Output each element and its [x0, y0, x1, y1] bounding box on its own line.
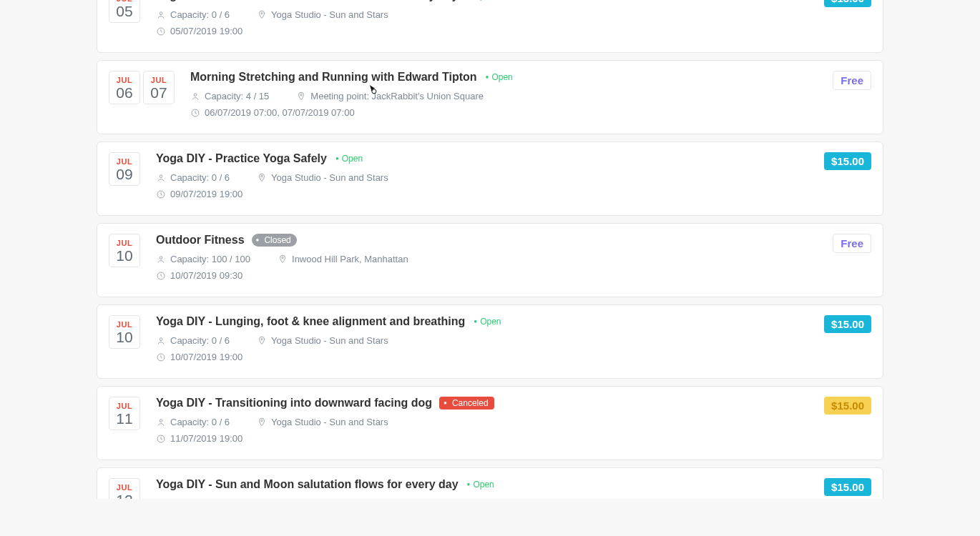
datetime-text: 06/07/2019 07:00, 07/07/2019 07:00	[205, 107, 355, 118]
status-badge: Open	[484, 71, 516, 83]
status-badge: Open	[466, 0, 497, 1]
capacity-text: Capacity: 0 / 6	[170, 498, 230, 499]
location-text: Yoga Studio - Sun and Stars	[271, 172, 388, 183]
date-column: JUL10	[109, 315, 140, 368]
event-card[interactable]: JUL06JUL07Morning Stretching and Running…	[97, 60, 883, 134]
event-card[interactable]: JUL10Outdoor FitnessClosedCapacity: 100 …	[97, 223, 883, 297]
date-tile: JUL06	[109, 71, 140, 104]
price-tag: Free	[833, 71, 871, 90]
location: Inwood Hill Park, Manhattan	[278, 254, 408, 264]
date-day: 10	[115, 247, 134, 264]
datetime: 06/07/2019 07:00, 07/07/2019 07:00	[190, 107, 355, 118]
date-month: JUL	[115, 320, 134, 329]
capacity: Capacity: 0 / 6	[156, 172, 230, 183]
clock-icon	[156, 352, 166, 362]
location: Yoga Studio - Sun and Stars	[257, 9, 388, 20]
price-column: $15.00	[824, 478, 871, 499]
price-tag: $15.00	[824, 315, 871, 333]
location-icon	[257, 10, 267, 20]
datetime-text: 10/07/2019 19:00	[170, 352, 242, 362]
location-text: Yoga Studio - Sun and Stars	[271, 417, 388, 427]
person-icon	[156, 336, 166, 346]
date-column: JUL10	[109, 234, 140, 287]
capacity-text: Capacity: 0 / 6	[170, 9, 230, 20]
person-icon	[156, 254, 166, 264]
capacity-text: Capacity: 100 / 100	[170, 254, 250, 264]
person-icon	[156, 10, 166, 20]
location-text: Meeting point: JackRabbit's Union Square	[310, 91, 484, 101]
event-info: Yoga DIY - Lunging, foot & knee alignmen…	[156, 315, 815, 368]
date-column: JUL09	[109, 152, 140, 205]
person-icon	[156, 499, 166, 500]
event-title[interactable]: Yoga DIY - Lunging, foot & knee alignmen…	[156, 315, 465, 328]
person-icon	[156, 173, 166, 183]
datetime-text: 11/07/2019 19:00	[170, 433, 242, 444]
event-info: Yoga DIY - Practice Yoga SafelyOpenCapac…	[156, 152, 815, 205]
location-text: Yoga Studio - Sun and Stars	[271, 335, 388, 346]
event-title[interactable]: Yoga DIY - Sun and Moon salutation flows…	[156, 0, 459, 2]
datetime: 11/07/2019 19:00	[156, 433, 242, 444]
event-info: Outdoor FitnessClosedCapacity: 100 / 100…	[156, 234, 824, 287]
datetime: 10/07/2019 09:30	[156, 270, 242, 281]
event-card[interactable]: JUL12Yoga DIY - Sun and Moon salutation …	[97, 467, 883, 499]
price-column: $15.00	[824, 315, 871, 368]
status-badge: Canceled	[439, 397, 494, 410]
date-tile: JUL12	[109, 478, 140, 499]
location: Meeting point: JackRabbit's Union Square	[296, 91, 484, 101]
event-info: Yoga DIY - Sun and Moon salutation flows…	[156, 478, 815, 499]
datetime: 09/07/2019 19:00	[156, 189, 242, 199]
event-info: Yoga DIY - Sun and Moon salutation flows…	[156, 0, 815, 42]
date-day: 11	[115, 410, 134, 427]
capacity: Capacity: 100 / 100	[156, 254, 250, 264]
capacity-text: Capacity: 0 / 6	[170, 335, 230, 346]
clock-icon	[156, 26, 166, 36]
event-title[interactable]: Morning Stretching and Running with Edwa…	[190, 71, 477, 84]
location-text: Yoga Studio - Sun and Stars	[271, 498, 388, 499]
capacity: Capacity: 4 / 15	[190, 91, 269, 101]
price-column: $15.00	[824, 152, 871, 205]
datetime: 05/07/2019 19:00	[156, 26, 242, 36]
event-title[interactable]: Yoga DIY - Sun and Moon salutation flows…	[156, 478, 459, 491]
date-tile: JUL09	[109, 152, 140, 186]
price-tag: $15.00	[824, 397, 871, 415]
person-icon	[156, 417, 166, 427]
status-badge: Open	[472, 316, 504, 327]
date-column: JUL12	[109, 478, 140, 499]
event-card[interactable]: JUL09Yoga DIY - Practice Yoga SafelyOpen…	[97, 142, 883, 216]
date-month: JUL	[115, 483, 134, 492]
date-month: JUL	[115, 76, 134, 84]
date-tile: JUL05	[109, 0, 140, 23]
location-icon	[296, 91, 306, 101]
capacity: Capacity: 0 / 6	[156, 335, 230, 346]
date-month: JUL	[115, 239, 134, 247]
datetime-text: 10/07/2019 09:30	[170, 270, 242, 281]
capacity: Capacity: 0 / 6	[156, 417, 230, 427]
location: Yoga Studio - Sun and Stars	[257, 498, 388, 499]
date-day: 05	[115, 3, 134, 19]
location-icon	[257, 417, 267, 427]
date-month: JUL	[150, 76, 168, 84]
location: Yoga Studio - Sun and Stars	[257, 172, 388, 183]
event-card[interactable]: JUL10Yoga DIY - Lunging, foot & knee ali…	[97, 304, 883, 379]
price-column: Free	[833, 71, 871, 124]
person-icon	[190, 91, 200, 101]
date-day: 12	[115, 492, 134, 499]
event-title[interactable]: Outdoor Fitness	[156, 234, 245, 247]
event-card[interactable]: JUL11Yoga DIY - Transitioning into downw…	[97, 386, 883, 460]
location-text: Inwood Hill Park, Manhattan	[292, 254, 408, 264]
status-badge: Open	[466, 479, 497, 490]
event-title[interactable]: Yoga DIY - Transitioning into downward f…	[156, 397, 432, 410]
date-month: JUL	[115, 157, 134, 166]
price-column: $15.00	[824, 0, 871, 42]
capacity-text: Capacity: 0 / 6	[170, 172, 230, 183]
location-text: Yoga Studio - Sun and Stars	[271, 9, 388, 20]
location: Yoga Studio - Sun and Stars	[257, 417, 388, 427]
price-tag: $15.00	[824, 478, 871, 496]
price-column: Free	[833, 234, 871, 287]
date-tile: JUL11	[109, 397, 140, 430]
date-column: JUL11	[109, 397, 140, 450]
event-title[interactable]: Yoga DIY - Practice Yoga Safely	[156, 152, 327, 165]
price-tag: $15.00	[824, 152, 871, 170]
event-card[interactable]: JUL05Yoga DIY - Sun and Moon salutation …	[97, 0, 883, 53]
location-icon	[257, 336, 267, 346]
